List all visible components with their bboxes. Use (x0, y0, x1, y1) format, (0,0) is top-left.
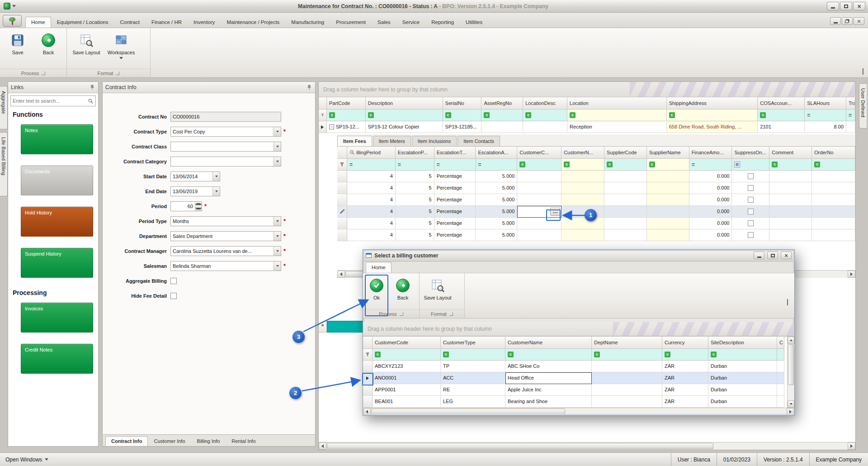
ribbon-tab[interactable]: Finance / HR (146, 17, 188, 28)
scroll-thumb[interactable] (371, 409, 565, 415)
suppress-checkbox[interactable] (748, 232, 754, 238)
scroll-thumb[interactable] (327, 443, 713, 449)
salesman-dropdown[interactable]: Belinda Sharman (170, 261, 281, 271)
suppress-checkbox[interactable] (748, 185, 754, 191)
ribbon-tab[interactable]: Service (396, 17, 425, 28)
dialog-close-button[interactable] (781, 252, 792, 259)
dialog-launcher-icon[interactable] (449, 312, 453, 316)
dialog-tab-home[interactable]: Home (366, 262, 392, 273)
contract-bottom-tab[interactable]: Contract Info (105, 436, 148, 446)
item-fee-row[interactable]: 4 5 Percentage 5.000 0.000 (337, 171, 855, 182)
ribbon-tab[interactable]: Utilities (460, 17, 488, 28)
link-button[interactable]: Invoices (21, 303, 93, 333)
ok-button[interactable]: Ok (365, 276, 388, 302)
customer-row[interactable]: APP0001 RE Apple Juice Inc ZAR Durban (363, 384, 787, 396)
items-horizontal-scrollbar[interactable] (319, 442, 855, 450)
items-grid-filter-row[interactable] (319, 109, 855, 121)
back-button[interactable]: Back (34, 31, 62, 57)
ribbon-tab[interactable]: Equipment / Locations (51, 17, 114, 28)
column-header[interactable]: ShippingAddress (667, 97, 758, 109)
link-button[interactable]: Suspend History (21, 248, 93, 278)
item-fee-row[interactable]: 4 5 Percentage 5.000 0.000 (337, 194, 855, 206)
item-fee-row[interactable]: 4 5 Percentage 5.000 0.000 (337, 229, 855, 241)
app-logo[interactable] (3, 15, 22, 27)
hide-fee-detail-checkbox[interactable] (170, 293, 177, 299)
side-tab-aggregate[interactable]: Aggregate (0, 86, 8, 129)
column-header[interactable]: Description (366, 97, 443, 109)
column-header[interactable]: CustomerName (505, 337, 592, 349)
scroll-left-icon[interactable] (363, 408, 371, 415)
link-button[interactable]: Documents (21, 166, 93, 195)
contract-class-dropdown[interactable] (170, 142, 281, 152)
column-header[interactable]: AssetRegNo (481, 97, 523, 109)
column-header[interactable]: CustomerC... (517, 147, 561, 159)
mdi-restore-button[interactable] (842, 17, 853, 25)
column-header[interactable]: DeptName (592, 337, 662, 349)
scroll-up-icon[interactable] (788, 337, 794, 344)
end-date-field[interactable]: 13/06/2019 (170, 186, 220, 196)
save-layout-button[interactable]: Save Layout (71, 31, 102, 57)
contract-type-dropdown[interactable]: Cost Per Copy (170, 127, 281, 137)
item-detail-tab[interactable]: Item Contacts (458, 136, 500, 146)
customer-grid-filter-row[interactable] (363, 349, 787, 361)
item-fee-row[interactable]: 4 5 Percentage 5.000 0.000 (337, 182, 855, 194)
dialog-back-button[interactable]: Back (391, 276, 415, 302)
contract-no-field[interactable]: CO0000016 (170, 112, 281, 122)
ribbon-tab[interactable]: Inventory (188, 17, 221, 28)
minimize-button[interactable] (827, 2, 839, 10)
scroll-left-icon[interactable] (337, 271, 345, 278)
customer-row[interactable]: ABCXYZ123 TP ABC SHoe Co ZAR Durban (363, 361, 787, 372)
column-header[interactable]: EscalationA... (476, 147, 517, 159)
item-fee-row[interactable]: 4 5 Percentage 5.000 0.000 (337, 218, 855, 229)
links-search[interactable] (10, 95, 96, 106)
pin-icon[interactable] (306, 84, 312, 90)
ribbon-collapse-icon[interactable] (787, 300, 788, 305)
spin-down-icon[interactable] (195, 206, 202, 211)
column-header[interactable]: EscalationT... (434, 147, 476, 159)
dialog-launcher-icon[interactable] (400, 312, 403, 316)
mdi-close-button[interactable] (854, 17, 864, 25)
contract-manager-dropdown[interactable]: Carolina Suzzetta Lourens van de... (170, 246, 281, 256)
scroll-right-icon[interactable] (848, 442, 855, 450)
chevron-down-icon[interactable] (274, 157, 281, 166)
column-header[interactable]: SerialNo (443, 97, 482, 109)
contract-bottom-tab[interactable]: Customer Info (148, 436, 191, 446)
item-row[interactable]: SP19-12... SP19-12 Colour Copier SP19-12… (319, 121, 855, 133)
dialog-group-by-bar[interactable]: Drag a column header here to group by th… (363, 322, 794, 336)
ribbon-tab[interactable]: Home (25, 17, 51, 28)
scroll-right-icon[interactable] (787, 408, 794, 415)
item-detail-tab[interactable]: Item Inclusions (412, 136, 457, 146)
column-header[interactable]: illingPeriod (347, 147, 396, 159)
dialog-maximize-button[interactable] (767, 252, 778, 259)
dialog-launcher-icon[interactable] (42, 71, 45, 75)
workspaces-button[interactable]: Workspaces (105, 31, 137, 61)
chevron-down-icon[interactable] (274, 247, 281, 256)
column-header[interactable]: Tra... (846, 97, 855, 109)
ribbon-tab[interactable]: Manufacturing (285, 17, 330, 28)
dialog-titlebar[interactable]: Select a billing customer (363, 250, 794, 262)
suppress-checkbox[interactable] (748, 197, 754, 203)
chevron-down-icon[interactable] (274, 217, 281, 226)
column-header[interactable]: Currency (662, 337, 708, 349)
ribbon-collapse-icon[interactable] (863, 69, 863, 75)
column-header[interactable]: CustomerType (441, 337, 505, 349)
scroll-thumb[interactable] (788, 344, 794, 385)
column-header[interactable]: C (777, 337, 784, 349)
chevron-down-icon[interactable] (212, 187, 220, 196)
contract-category-dropdown[interactable] (170, 157, 281, 166)
chevron-down-icon[interactable] (274, 232, 281, 241)
column-header[interactable]: SupplierName (647, 147, 689, 159)
dialog-launcher-icon[interactable] (116, 71, 119, 75)
suppress-checkbox[interactable] (748, 173, 754, 179)
column-header[interactable]: Location (567, 97, 667, 109)
group-by-bar[interactable]: Drag a column header here to group by th… (319, 82, 855, 97)
column-header[interactable]: OrderNo (812, 147, 855, 159)
customer-vertical-scrollbar[interactable] (787, 337, 794, 408)
link-button[interactable]: Notes (21, 124, 93, 154)
column-header[interactable]: PartCode (327, 97, 366, 109)
customer-lookup-ellipsis-button[interactable] (550, 208, 560, 216)
dialog-minimize-button[interactable] (754, 252, 764, 259)
suppress-checkbox[interactable] (748, 220, 754, 226)
column-header[interactable]: Comment (769, 147, 812, 159)
scroll-down-icon[interactable] (788, 400, 794, 408)
